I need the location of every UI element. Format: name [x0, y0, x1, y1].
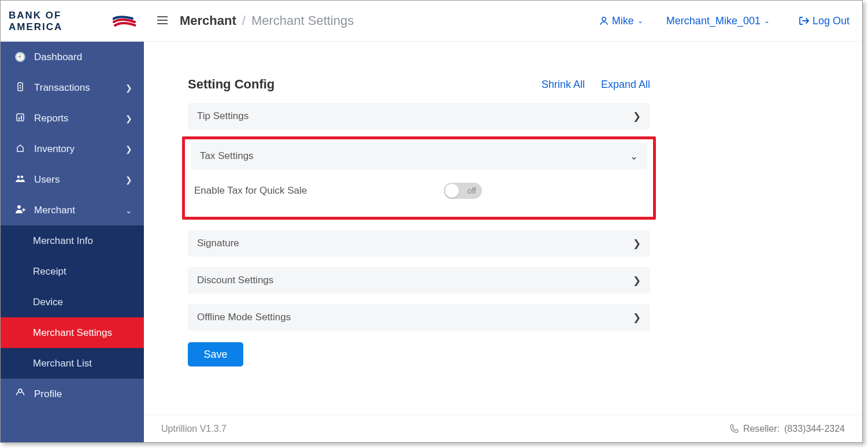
- sidebar-item-merchant[interactable]: Merchant ⌄: [1, 195, 144, 225]
- footer: Uptrillion V1.3.7 Reseller: (833)344-232…: [144, 414, 862, 442]
- save-button[interactable]: Save: [188, 342, 243, 366]
- sidebar-item-label: Inventory: [34, 143, 125, 155]
- logout-link[interactable]: Log Out: [799, 15, 850, 27]
- merchant-icon: [14, 205, 26, 216]
- logout-label: Log Out: [813, 15, 850, 27]
- user-icon: [599, 16, 609, 25]
- enable-tax-toggle[interactable]: off: [444, 183, 482, 199]
- sidebar-sub-label: Merchant List: [33, 358, 92, 369]
- chevron-down-icon: ⌄: [125, 206, 132, 215]
- chevron-right-icon: ❯: [125, 145, 132, 154]
- reports-icon: [14, 113, 26, 124]
- sidebar-sub-label: Device: [33, 297, 63, 308]
- logout-icon: [799, 16, 809, 25]
- sidebar-sub-merchant-settings[interactable]: Merchant Settings: [1, 317, 144, 348]
- section-label: Tax Settings: [200, 150, 254, 162]
- chevron-down-icon: ⌄: [764, 17, 770, 25]
- tax-settings-highlight: Tax Settings ⌄ Enable Tax for Quick Sale…: [182, 136, 656, 220]
- svg-rect-3: [17, 114, 24, 121]
- breadcrumb-current: Merchant Settings: [251, 13, 354, 28]
- sidebar-sub-label: Merchant Settings: [33, 327, 112, 339]
- brand-logo: BANK OF AMERICA: [1, 1, 144, 42]
- chevron-right-icon: ❯: [633, 110, 641, 123]
- phone-icon: [729, 424, 739, 434]
- chevron-right-icon: ❯: [633, 275, 641, 287]
- sidebar-item-label: Merchant: [34, 205, 125, 216]
- toggle-knob: [445, 184, 459, 198]
- section-discount-settings[interactable]: Discount Settings ❯: [188, 267, 650, 294]
- chevron-right-icon: ❯: [125, 114, 132, 123]
- svg-rect-4: [18, 117, 20, 120]
- sidebar-sub-receipt[interactable]: Receipt: [1, 256, 144, 287]
- chevron-down-icon: ⌄: [637, 17, 643, 25]
- shrink-all-link[interactable]: Shrink All: [541, 79, 585, 91]
- sections-list: Tip Settings ❯ Tax Settings ⌄: [188, 103, 650, 366]
- sidebar-sub-label: Receipt: [33, 266, 66, 277]
- profile-icon: [14, 388, 26, 400]
- app-version: Uptrillion V1.3.7: [161, 424, 227, 434]
- section-tax-settings[interactable]: Tax Settings ⌄: [191, 143, 647, 169]
- card-header: Setting Config Shrink All Expand All: [188, 72, 650, 97]
- sidebar-sub-merchant-list[interactable]: Merchant List: [1, 348, 144, 379]
- merchant-selector[interactable]: Merchant_Mike_001 ⌄: [666, 15, 770, 27]
- merchant-id: Merchant_Mike_001: [666, 15, 761, 27]
- reseller-label: Reseller:: [743, 424, 780, 434]
- chevron-down-icon: ⌄: [630, 150, 638, 162]
- chevron-right-icon: ❯: [125, 83, 132, 92]
- breadcrumb-parent[interactable]: Merchant: [180, 13, 236, 28]
- sidebar-item-dashboard[interactable]: 🕘 Dashboard: [1, 42, 144, 72]
- menu-toggle-icon[interactable]: [157, 14, 168, 28]
- user-menu[interactable]: Mike ⌄: [599, 15, 643, 27]
- settings-card: Setting Config Shrink All Expand All Tip…: [164, 57, 840, 390]
- section-offline-mode[interactable]: Offline Mode Settings ❯: [188, 304, 650, 331]
- sidebar-item-label: Dashboard: [34, 51, 132, 63]
- chevron-right-icon: ❯: [125, 175, 132, 184]
- reseller-info: Reseller: (833)344-2324: [729, 424, 845, 434]
- sidebar-item-profile[interactable]: Profile: [1, 379, 144, 409]
- sidebar-item-label: Transactions: [34, 82, 125, 94]
- enable-tax-label: Enable Tax for Quick Sale: [194, 185, 307, 197]
- svg-point-6: [17, 175, 20, 178]
- section-tip-settings[interactable]: Tip Settings ❯: [188, 103, 650, 129]
- sidebar-item-users[interactable]: Users ❯: [1, 164, 144, 195]
- section-label: Offline Mode Settings: [197, 312, 291, 323]
- section-signature[interactable]: Signature ❯: [188, 230, 650, 257]
- topbar: Merchant / Merchant Settings Mike ⌄ Merc…: [144, 1, 862, 42]
- sidebar-item-reports[interactable]: Reports ❯: [1, 103, 144, 134]
- svg-point-9: [18, 389, 22, 393]
- sidebar-sub-merchant-info[interactable]: Merchant Info: [1, 225, 144, 256]
- sidebar-item-inventory[interactable]: Inventory ❯: [1, 134, 144, 164]
- sidebar-item-label: Profile: [34, 388, 62, 400]
- svg-point-2: [20, 87, 21, 88]
- chevron-right-icon: ❯: [633, 312, 641, 324]
- chevron-right-icon: ❯: [633, 238, 641, 250]
- enable-tax-row: Enable Tax for Quick Sale off: [191, 169, 647, 212]
- users-icon: [14, 175, 26, 185]
- svg-point-8: [17, 205, 21, 209]
- app-frame: BANK OF AMERICA 🕘 Dashboard Transactions…: [0, 0, 863, 443]
- inventory-icon: [14, 143, 26, 155]
- sidebar-sub-device[interactable]: Device: [1, 287, 144, 317]
- svg-point-1: [20, 84, 21, 86]
- svg-rect-5: [21, 116, 22, 120]
- expand-all-link[interactable]: Expand All: [601, 79, 650, 91]
- card-title: Setting Config: [188, 77, 275, 92]
- breadcrumb-separator: /: [242, 13, 246, 28]
- section-label: Signature: [197, 238, 239, 249]
- brand-flag-icon: [113, 14, 136, 29]
- sidebar: BANK OF AMERICA 🕘 Dashboard Transactions…: [1, 1, 144, 442]
- toggle-state-text: off: [468, 186, 476, 195]
- content-area: Setting Config Shrink All Expand All Tip…: [144, 42, 862, 414]
- sidebar-item-label: Users: [34, 174, 125, 186]
- dashboard-icon: 🕘: [14, 51, 26, 62]
- transactions-icon: [14, 82, 26, 94]
- user-name: Mike: [612, 15, 634, 27]
- sidebar-item-label: Reports: [34, 113, 125, 124]
- main-area: Merchant / Merchant Settings Mike ⌄ Merc…: [144, 1, 862, 442]
- reseller-phone: (833)344-2324: [784, 424, 845, 434]
- brand-name: BANK OF AMERICA: [9, 10, 109, 33]
- section-label: Discount Settings: [197, 275, 273, 286]
- breadcrumb: Merchant / Merchant Settings: [180, 13, 354, 28]
- sidebar-item-transactions[interactable]: Transactions ❯: [1, 72, 144, 103]
- svg-point-13: [602, 17, 606, 21]
